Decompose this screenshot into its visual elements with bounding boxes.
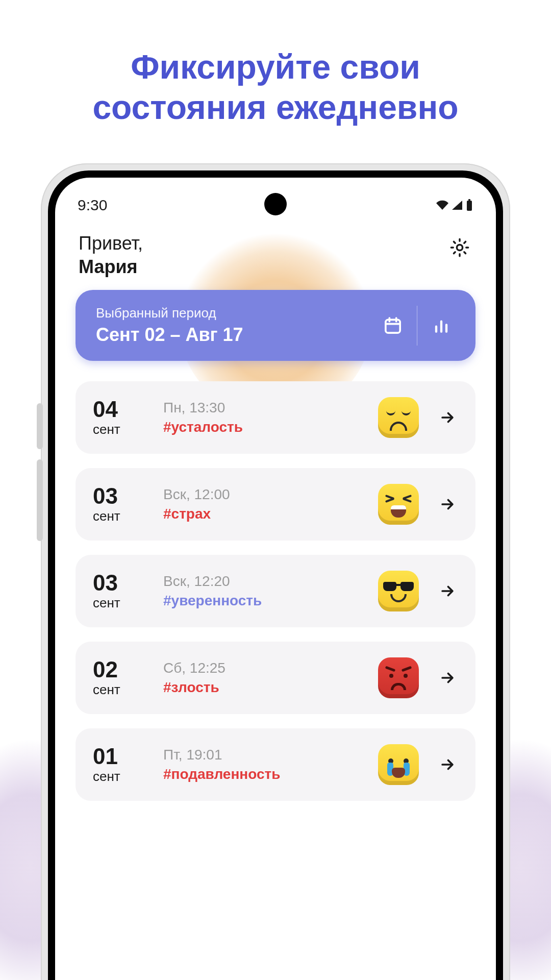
settings-button[interactable]	[447, 235, 472, 260]
period-range: Сент 02 – Авг 17	[96, 324, 369, 346]
status-time: 9:30	[78, 197, 107, 214]
hero-line2: состояния ежедневно	[92, 88, 458, 126]
entry-emoji	[377, 396, 420, 439]
entry-date: 03сент	[93, 485, 149, 524]
hero-title: Фиксируйте свои состояния ежедневно	[0, 47, 551, 128]
svg-rect-3	[385, 320, 399, 333]
period-label: Выбранный период	[96, 305, 369, 321]
entry-day: 04	[93, 398, 149, 421]
wifi-icon	[436, 200, 449, 210]
entry-row[interactable]: 03сентВск, 12:20#уверенность	[76, 555, 475, 627]
entry-month: сент	[93, 682, 149, 698]
entry-open-button[interactable]	[435, 409, 460, 426]
camera-hole	[264, 193, 287, 215]
volume-button-large	[37, 459, 43, 541]
entry-meta: Сб, 12:25#злость	[163, 660, 362, 696]
entry-time: Вск, 12:20	[163, 573, 362, 590]
phone-screen: 9:30 Привет, Мария	[55, 178, 496, 980]
entry-date: 02сент	[93, 658, 149, 698]
emoji-cry	[378, 744, 419, 785]
signal-icon	[451, 200, 463, 210]
entry-meta: Вск, 12:20#уверенность	[163, 573, 362, 609]
emoji-scream	[378, 484, 419, 525]
entry-day: 03	[93, 485, 149, 507]
svg-rect-0	[467, 201, 472, 211]
header-row: Привет, Мария	[76, 230, 475, 290]
entry-open-button[interactable]	[435, 756, 460, 773]
arrow-right-icon	[439, 756, 456, 773]
phone-bezel: 9:30 Привет, Мария	[48, 170, 503, 980]
hero-line1: Фиксируйте свои	[131, 48, 420, 86]
entry-emoji	[377, 743, 420, 787]
entry-month: сент	[93, 769, 149, 785]
entry-month: сент	[93, 508, 149, 524]
arrow-right-icon	[439, 409, 456, 426]
entry-meta: Вск, 12:00#страх	[163, 486, 362, 522]
arrow-right-icon	[439, 496, 456, 513]
entry-meta: Пт, 19:01#подавленность	[163, 747, 362, 782]
entry-tag: #страх	[163, 506, 362, 522]
svg-rect-1	[468, 199, 470, 201]
emoji-angry	[378, 657, 419, 698]
calendar-button[interactable]	[369, 306, 417, 346]
entry-date: 01сент	[93, 745, 149, 785]
entry-month: сент	[93, 595, 149, 611]
entry-open-button[interactable]	[435, 669, 460, 687]
entry-time: Сб, 12:25	[163, 660, 362, 676]
entry-tag: #подавленность	[163, 766, 362, 782]
entry-emoji	[377, 656, 420, 700]
period-card: Выбранный период Сент 02 – Авг 17	[76, 290, 475, 361]
entry-time: Пн, 13:30	[163, 400, 362, 416]
stats-button[interactable]	[417, 306, 465, 346]
entry-row[interactable]: 04сентПн, 13:30#усталость	[76, 381, 475, 454]
entry-date: 03сент	[93, 572, 149, 611]
status-bar: 9:30	[55, 178, 496, 224]
phone-frame: 9:30 Привет, Мария	[41, 163, 510, 980]
entry-emoji	[377, 482, 420, 526]
entry-row[interactable]: 02сентСб, 12:25#злость	[76, 642, 475, 714]
svg-point-2	[457, 244, 462, 250]
entry-date: 04сент	[93, 398, 149, 437]
entry-row[interactable]: 03сентВск, 12:00#страх	[76, 468, 475, 541]
entry-meta: Пн, 13:30#усталость	[163, 400, 362, 435]
entry-emoji	[377, 569, 420, 613]
greeting-name: Мария	[79, 256, 138, 277]
entry-month: сент	[93, 422, 149, 437]
greeting-text: Привет,	[79, 233, 143, 254]
entry-open-button[interactable]	[435, 496, 460, 513]
gear-icon	[449, 237, 470, 258]
entry-row[interactable]: 01сентПт, 19:01#подавленность	[76, 728, 475, 801]
entry-tag: #усталость	[163, 419, 362, 435]
entry-time: Вск, 12:00	[163, 486, 362, 503]
calendar-icon	[383, 315, 403, 336]
emoji-tired	[378, 397, 419, 438]
entry-open-button[interactable]	[435, 582, 460, 600]
entry-day: 01	[93, 745, 149, 768]
entry-day: 03	[93, 572, 149, 594]
arrow-right-icon	[439, 582, 456, 600]
emoji-cool	[378, 571, 419, 611]
entries-list: 04сентПн, 13:30#усталость03сентВск, 12:0…	[76, 381, 475, 801]
bar-chart-icon	[431, 315, 452, 336]
entry-tag: #уверенность	[163, 593, 362, 609]
entry-day: 02	[93, 658, 149, 681]
battery-icon	[465, 199, 473, 211]
status-icons	[436, 199, 473, 211]
greeting: Привет, Мария	[79, 232, 143, 279]
entry-tag: #злость	[163, 679, 362, 696]
arrow-right-icon	[439, 669, 456, 687]
volume-button-small	[37, 403, 43, 449]
entry-time: Пт, 19:01	[163, 747, 362, 763]
